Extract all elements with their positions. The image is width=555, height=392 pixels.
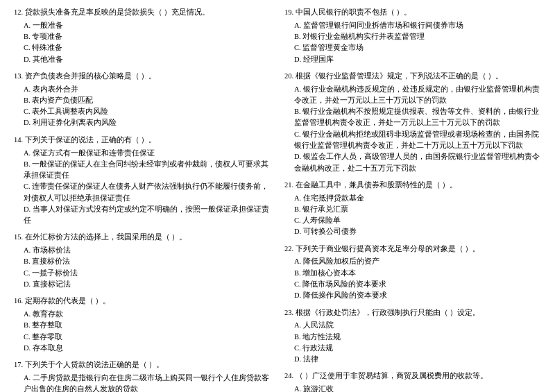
q23-optB: B. 地方性法规 <box>284 332 541 343</box>
q23-optC: C. 行政法规 <box>284 343 541 354</box>
q16-optD: D. 存本取息 <box>14 343 271 354</box>
q14-optB: B. 一般保证的保证人在主合同纠纷未经审判或者仲裁前，债权人可要求其承担保证责任 <box>14 159 271 182</box>
q15-text: 15. 在外汇标价方法的选择上，我国采用的是（ ）。 <box>14 232 271 244</box>
question-24: 24. （ ）广泛使用于非贸易结算，商贸及属税费用的收款等。 A. 旅游汇收 B… <box>284 370 541 392</box>
q19-text: 19. 中国人民银行的职责不包括（ ）。 <box>284 7 541 19</box>
q22-text: 22. 下列关于商业银行提高资本充足率分母的对象是（ ）。 <box>284 244 541 255</box>
question-15: 15. 在外汇标价方法的选择上，我国采用的是（ ）。 A. 市场标价法 B. 直… <box>14 232 271 290</box>
q13-text: 13. 资产负债表合并报的核心策略是（ ）。 <box>14 71 271 83</box>
q13-optD: D. 利用证券化剥离表内风险 <box>14 117 271 128</box>
q16-text: 16. 定期存款的代表是（ ）。 <box>14 296 271 307</box>
q12-optD: D. 其他准备 <box>14 54 271 65</box>
q20-optD: D. 银监会工作人员，高级管理人员的，由国务院银行业监督管理机构责令金融机构改正… <box>284 151 541 174</box>
main-content: 12. 贷款损失准备充足率反映的是贷款损失（ ）充足情况。 A. 一般准备 B.… <box>14 7 541 392</box>
q16-optB: B. 整存整取 <box>14 320 271 331</box>
q21-text: 21. 在金融工具中，兼具债券和股票特性的是（ ）。 <box>284 180 541 191</box>
q15-optA: A. 市场标价法 <box>14 245 271 256</box>
q14-optA: A. 保证方式有一般保证和连带责任保证 <box>14 148 271 159</box>
question-21: 21. 在金融工具中，兼具债券和股票特性的是（ ）。 A. 住宅抵押贷款基金 B… <box>284 180 541 238</box>
q22-optB: B. 增加核心资本本 <box>284 268 541 279</box>
q24-text: 24. （ ）广泛使用于非贸易结算，商贸及属税费用的收款等。 <box>284 370 541 382</box>
q17-optA: A. 二手房贷款是指银行向在住房二级市场上购买同一银行个人住房贷款客户出售的住房… <box>14 373 271 392</box>
q12-optA: A. 一般准备 <box>14 20 271 31</box>
q14-optC: C. 连带责任保证的保证人在债务人财产依法强制执行仍不能履行债务前，对债权人可以… <box>14 181 271 204</box>
q21-optC: C. 人寿保险单 <box>284 215 541 226</box>
question-12: 12. 贷款损失准备充足率反映的是贷款损失（ ）充足情况。 A. 一般准备 B.… <box>14 7 271 65</box>
q16-optA: A. 教育存款 <box>14 309 271 320</box>
q13-optA: A. 表内表外合并 <box>14 84 271 95</box>
question-20: 20. 根据《银行业监督管理法》规定，下列说法不正确的是（ ）。 A. 银行业金… <box>284 71 541 174</box>
q20-text: 20. 根据《银行业监督管理法》规定，下列说法不正确的是（ ）。 <box>284 71 541 83</box>
q15-optB: B. 直接标价法 <box>14 256 271 267</box>
q19-optC: C. 监督管理黄金市场 <box>284 42 541 53</box>
q21-optA: A. 住宅抵押贷款基金 <box>284 193 541 204</box>
q19-optB: B. 对银行业金融机构实行并表监督管理 <box>284 31 541 42</box>
question-22: 22. 下列关于商业银行提高资本充足率分母的对象是（ ）。 A. 降低风险加权后… <box>284 244 541 302</box>
question-19: 19. 中国人民银行的职责不包括（ ）。 A. 监督管理银行间同业拆借市场和银行… <box>284 7 541 65</box>
q13-optC: C. 表外工具调整表内风险 <box>14 106 271 117</box>
question-16: 16. 定期存款的代表是（ ）。 A. 教育存款 B. 整存整取 C. 整存零取… <box>14 296 271 354</box>
q12-optC: C. 特殊准备 <box>14 42 271 53</box>
q14-optD: D. 当事人对保证方式没有约定或约定不明确的，按照一般保证承担保证责任 <box>14 204 271 227</box>
q24-optA: A. 旅游汇收 <box>284 384 541 392</box>
question-14: 14. 下列关于保证的说法，正确的有（ ）。 A. 保证方式有一般保证和连带责任… <box>14 135 271 227</box>
q22-optA: A. 降低风险加权后的资产 <box>284 256 541 267</box>
q21-optD: D. 可转换公司债券 <box>284 226 541 237</box>
q23-text: 23. 根据《行政处罚法》，行政强制执行只能由（ ）设定。 <box>284 307 541 319</box>
q14-text: 14. 下列关于保证的说法，正确的有（ ）。 <box>14 135 271 146</box>
q21-optB: B. 银行承兑汇票 <box>284 204 541 215</box>
q17-text: 17. 下列关于个人贷款的说法正确的是（ ）。 <box>14 359 271 371</box>
q16-optC: C. 整存零取 <box>14 332 271 343</box>
q22-optD: D. 降低操作风险的资本要求 <box>284 290 541 301</box>
q12-text: 12. 贷款损失准备充足率反映的是贷款损失（ ）充足情况。 <box>14 7 271 19</box>
q20-optA: A. 银行业金融机构违反规定的，处违反规定的，由银行业监督管理机构责令改正，并处… <box>284 84 541 107</box>
question-13: 13. 资产负债表合并报的核心策略是（ ）。 A. 表内表外合并 B. 表内资产… <box>14 71 271 129</box>
question-17: 17. 下列关于个人贷款的说法正确的是（ ）。 A. 二手房贷款是指银行向在住房… <box>14 359 271 392</box>
q15-optD: D. 直接标记法 <box>14 279 271 290</box>
q20-optC: C. 银行业金融机构拒绝或阻碍非现场监督管理或者现场检查的，由国务院银行业监督管… <box>284 129 541 152</box>
q22-optC: C. 降低市场风险的资本要求 <box>284 279 541 290</box>
q23-optA: A. 人民法院 <box>284 320 541 331</box>
q19-optA: A. 监督管理银行间同业拆借市场和银行间债券市场 <box>284 20 541 31</box>
q20-optB: B. 银行业金融机构不按照规定提供报表、报告等文件、资料的，由银行业监督管理机构… <box>284 106 541 129</box>
question-23: 23. 根据《行政处罚法》，行政强制执行只能由（ ）设定。 A. 人民法院 B.… <box>284 307 541 366</box>
q15-optC: C. 一揽子标价法 <box>14 268 271 279</box>
q13-optB: B. 表内资产负债匹配 <box>14 95 271 106</box>
q23-optD: D. 法律 <box>284 354 541 365</box>
q19-optD: D. 经理国库 <box>284 54 541 65</box>
q12-optB: B. 专项准备 <box>14 31 271 42</box>
